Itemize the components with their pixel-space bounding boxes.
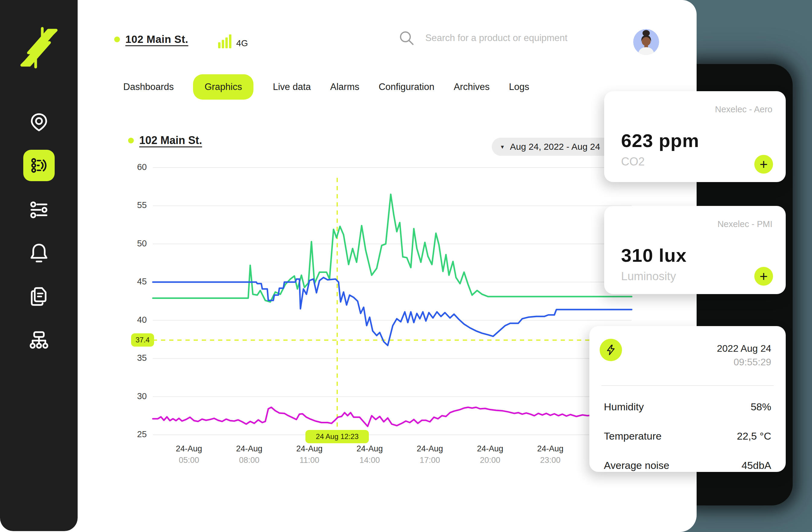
network-status: 4G	[218, 33, 248, 48]
avatar[interactable]	[633, 29, 659, 55]
lightning-icon	[605, 344, 617, 356]
x-tick-label: 24-Aug08:00	[216, 443, 282, 466]
tab-alarms[interactable]: Alarms	[330, 74, 359, 100]
sidebar-item-locations[interactable]	[29, 112, 49, 132]
app-root: 102 Main St. 4G Search for a product or …	[0, 0, 812, 532]
date-range-value: Aug 24, 2022 - Aug 24	[510, 142, 600, 152]
metric-value: 623 ppm	[621, 130, 699, 151]
x-tick-label: 24-Aug11:00	[276, 443, 343, 466]
sidebar-item-settings-sliders[interactable]	[30, 201, 48, 219]
snapshot-rows: Humidity 58% Temperature 22,5 °C Average…	[604, 401, 771, 489]
sensor-list-icon	[30, 156, 48, 175]
snapshot-timestamp: 2022 Aug 24 09:55:29	[717, 342, 771, 369]
x-tick-label: 24-Aug14:00	[336, 443, 403, 466]
search-placeholder[interactable]: Search for a product or equipment	[425, 33, 567, 43]
snapshot-date: 2022 Aug 24	[717, 342, 771, 355]
crosshair-time-pill: 24 Aug 12:23	[305, 430, 369, 443]
metric-card-co2: Nexelec - Aero 623 ppm CO2 +	[604, 91, 786, 182]
main-nav: Dashboards Graphics Live data Alarms Con…	[123, 74, 529, 100]
tab-configuration[interactable]: Configuration	[378, 74, 434, 100]
chart-header: 102 Main St.	[128, 134, 202, 147]
sidebar-item-alarms-bell[interactable]	[29, 243, 49, 264]
y-tick-label: 45	[111, 277, 147, 286]
row-label: Average noise	[604, 460, 669, 471]
station-name[interactable]: 102 Main St.	[125, 33, 188, 45]
sensor-source-label: Nexelec - PMI	[717, 219, 772, 229]
x-tick-label: 24-Aug23:00	[517, 443, 584, 466]
snapshot-time: 09:55:29	[717, 355, 771, 369]
snapshot-card: 2022 Aug 24 09:55:29 Humidity 58% Temper…	[589, 326, 786, 472]
metric-name: Luminosity	[621, 270, 676, 283]
chevron-down-icon: ▾	[501, 143, 504, 150]
snapshot-row-temperature: Temperature 22,5 °C	[604, 430, 771, 442]
signal-bars-icon	[218, 33, 233, 48]
row-value: 58%	[751, 401, 771, 413]
crosshair-value-pill: 37.4	[131, 333, 154, 346]
add-metric-button[interactable]: +	[754, 155, 773, 174]
x-tick-label: 24-Aug17:00	[397, 443, 463, 466]
sensor-source-label: Nexelec - Aero	[715, 104, 772, 115]
chart-status-dot	[128, 138, 134, 144]
x-tick-label: 24-Aug20:00	[457, 443, 523, 466]
brand-logo-bolt-icon[interactable]	[19, 27, 59, 69]
tab-graphics[interactable]: Graphics	[193, 74, 253, 100]
row-label: Humidity	[604, 401, 644, 413]
sidebar	[0, 0, 78, 531]
sidebar-item-logs-documents[interactable]	[29, 286, 49, 307]
y-tick-label: 30	[111, 391, 147, 401]
timeseries-chart[interactable]	[153, 166, 632, 437]
sidebar-item-sensors-active[interactable]	[23, 150, 55, 181]
y-tick-label: 40	[111, 315, 147, 325]
metric-value: 310 lux	[621, 245, 687, 266]
tab-live-data[interactable]: Live data	[273, 74, 311, 100]
y-tick-label: 60	[111, 162, 147, 172]
station-header[interactable]: 102 Main St.	[114, 33, 188, 45]
y-tick-label: 55	[111, 200, 147, 210]
row-value: 22,5 °C	[737, 430, 771, 442]
divider	[601, 385, 774, 386]
add-metric-button[interactable]: +	[754, 267, 773, 286]
row-value: 45dbA	[742, 460, 771, 471]
x-tick-label: 24-Aug05:00	[156, 443, 222, 466]
row-label: Temperature	[604, 430, 662, 442]
metric-name: CO2	[621, 155, 644, 168]
metric-card-luminosity: Nexelec - PMI 310 lux Luminosity +	[604, 206, 786, 294]
search-bar[interactable]: Search for a product or equipment	[399, 30, 628, 46]
tab-logs[interactable]: Logs	[509, 74, 529, 100]
tab-dashboards[interactable]: Dashboards	[123, 74, 174, 100]
avatar-image	[633, 29, 659, 55]
chart-title[interactable]: 102 Main St.	[139, 134, 202, 147]
snapshot-row-noise: Average noise 45dbA	[604, 460, 771, 471]
y-tick-label: 35	[111, 353, 147, 363]
station-status-dot	[114, 36, 120, 42]
tab-archives[interactable]: Archives	[454, 74, 490, 100]
y-tick-label: 50	[111, 238, 147, 249]
bolt-badge	[600, 339, 622, 361]
y-tick-label: 25	[111, 429, 147, 439]
network-type-label: 4G	[236, 38, 248, 48]
sidebar-item-network-sitemap[interactable]	[29, 330, 49, 350]
search-icon	[399, 30, 415, 46]
snapshot-row-humidity: Humidity 58%	[604, 401, 771, 413]
